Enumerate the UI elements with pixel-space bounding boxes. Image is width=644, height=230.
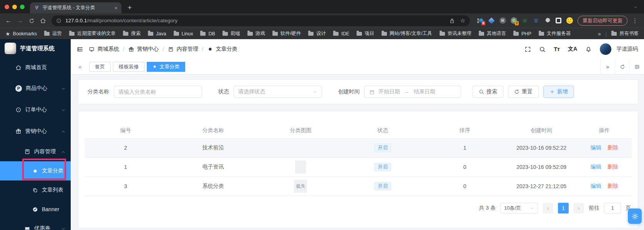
goto-page-input[interactable]: [604, 203, 621, 213]
share-icon[interactable]: [449, 17, 455, 24]
breadcrumb-item[interactable]: 商城系统: [98, 46, 119, 53]
bookmark-folder[interactable]: 游戏: [247, 30, 265, 37]
tags-refresh-icon[interactable]: [615, 59, 629, 74]
folder-icon: [539, 32, 544, 36]
tag-article-category-active[interactable]: 文章分类: [147, 62, 185, 72]
tag-template-decoration[interactable]: 模板装修: [113, 62, 144, 72]
bookmark-folder[interactable]: 设计: [308, 30, 326, 37]
bookmark-folder[interactable]: 前端: [222, 30, 240, 37]
next-page-button[interactable]: ›: [573, 203, 584, 213]
bookmark-folder[interactable]: PHP: [513, 31, 531, 36]
status-badge: 开启: [374, 144, 391, 152]
extensions-puzzle-icon[interactable]: [544, 17, 551, 24]
bookmark-folder[interactable]: 软件/硬件: [272, 30, 301, 37]
all-bookmarks-folder[interactable]: 所有书签: [611, 30, 639, 37]
chrome-menu-icon[interactable]: ⋮: [632, 17, 638, 24]
reload-button[interactable]: [26, 17, 37, 24]
gem-extension-icon[interactable]: [488, 17, 495, 24]
sidebar-item-coupon[interactable]: 优惠券: [0, 219, 71, 230]
delete-link[interactable]: 删除: [607, 183, 618, 189]
star-extension-icon[interactable]: ☆: [521, 17, 528, 24]
bookmarks-overflow-icon[interactable]: »: [598, 31, 601, 37]
sidebar-item-banner[interactable]: Banner: [0, 200, 71, 219]
window-minimize-button[interactable]: [12, 5, 17, 9]
address-bar[interactable]: 127.0.0.1/mall/promotion/content/article…: [51, 15, 470, 26]
sidebar-item-mall-home[interactable]: 商城首页: [0, 58, 71, 78]
breadcrumb-item[interactable]: 内容管理: [177, 46, 198, 53]
avatar[interactable]: [600, 43, 611, 55]
window-zoom-button[interactable]: [20, 5, 25, 9]
edit-link[interactable]: 编辑: [591, 164, 601, 170]
column-header-created: 创建时间: [506, 123, 577, 138]
bookmark-folder[interactable]: 文件服务器: [539, 30, 571, 37]
bookmark-star-icon[interactable]: ☆: [460, 17, 465, 24]
delete-link[interactable]: 删除: [607, 164, 618, 170]
tab-close-icon[interactable]: ×: [115, 5, 118, 11]
sidebar-item-article-list[interactable]: 文章列表: [0, 180, 71, 200]
edit-link[interactable]: 编辑: [591, 144, 601, 151]
bell-icon[interactable]: [585, 46, 592, 53]
sidebar-item-marketing-center[interactable]: 营销中心: [0, 121, 71, 142]
bookmark-folder[interactable]: DB: [200, 31, 215, 36]
scroll-extension-icon[interactable]: [533, 17, 539, 24]
home-button[interactable]: [38, 17, 48, 24]
bookmark-folder[interactable]: 其他语言: [479, 30, 506, 37]
browser-tab[interactable]: 芋道管理系统 - 文章分类 ×: [30, 2, 121, 13]
reset-button[interactable]: 重置: [508, 86, 539, 98]
username[interactable]: 芋道源码: [616, 46, 638, 53]
tags-scroll-right-icon[interactable]: »: [600, 59, 615, 74]
adblock-extension-icon[interactable]: 6: [477, 17, 484, 24]
sidebar-item-product-center[interactable]: P 商品中心: [0, 78, 71, 99]
prev-page-button[interactable]: ‹: [543, 203, 553, 213]
page-size-select[interactable]: 10条/页: [500, 203, 538, 213]
bookmark-folder[interactable]: 资讯未整理: [440, 30, 472, 37]
bookmark-folder[interactable]: 项目: [357, 30, 374, 37]
status-select[interactable]: 请选择状态: [234, 86, 322, 98]
back-button[interactable]: ←: [3, 17, 14, 24]
sidebar-item-content-management[interactable]: 内容管理: [0, 142, 71, 161]
sidebar-item-order-center[interactable]: 订单中心: [0, 99, 71, 121]
fullscreen-icon[interactable]: [524, 46, 531, 53]
chrome-update-button[interactable]: 重新启动即可更新: [578, 16, 627, 26]
start-date-placeholder[interactable]: 开始日期: [378, 88, 400, 95]
edit-link[interactable]: 编辑: [591, 183, 601, 189]
bookmarks-manager[interactable]: ★Bookmarks: [5, 31, 37, 37]
bookmark-folder[interactable]: IDE: [333, 31, 349, 36]
font-size-icon[interactable]: Tт: [554, 46, 559, 52]
window-close-button[interactable]: [5, 5, 9, 9]
current-page-button[interactable]: 1: [558, 203, 569, 213]
app-logo: [5, 43, 16, 54]
tags-scroll-left-icon[interactable]: «: [78, 63, 86, 70]
bookmark-folder[interactable]: Linux: [174, 31, 193, 36]
side-panel-icon[interactable]: [555, 17, 562, 24]
breadcrumb-item[interactable]: 文章分类: [216, 46, 237, 53]
bookmark-folder[interactable]: 搜索: [123, 30, 141, 37]
profile-emoji-icon[interactable]: [566, 17, 573, 24]
breadcrumb-item[interactable]: 营销中心: [137, 46, 159, 53]
bookmark-folder[interactable]: Java: [148, 31, 166, 36]
forward-button[interactable]: →: [15, 17, 25, 24]
theme-settings-button[interactable]: [628, 208, 642, 224]
layout-grid-icon[interactable]: [629, 59, 644, 74]
search-button[interactable]: 搜索: [473, 86, 503, 98]
menu-fold-icon[interactable]: [77, 46, 83, 53]
date-range-picker[interactable]: 开始日期 – 结束日期: [364, 86, 461, 98]
end-date-placeholder[interactable]: 结束日期: [414, 88, 435, 95]
search-icon[interactable]: [539, 46, 546, 53]
bookmark-folder[interactable]: 近期需要读的文章: [69, 30, 116, 37]
command-extension-icon[interactable]: ⌘: [499, 17, 506, 24]
new-tab-button[interactable]: +: [128, 3, 132, 12]
session-extension-icon[interactable]: 2: [510, 17, 517, 24]
delete-link[interactable]: 删除: [607, 144, 618, 151]
site-info-icon[interactable]: [56, 17, 61, 24]
sidebar-item-article-category[interactable]: 文章分类: [0, 161, 71, 180]
tag-home[interactable]: 首页: [89, 62, 111, 72]
tab-search-icon[interactable]: [633, 3, 638, 10]
tab-title: 芋道管理系统 - 文章分类: [43, 5, 95, 11]
bookmark-folder[interactable]: 运营: [44, 30, 62, 37]
category-name-input[interactable]: [114, 86, 202, 98]
bookmark-folder[interactable]: 网站/博客/文章/工具: [382, 30, 432, 37]
url-text[interactable]: 127.0.0.1/mall/promotion/content/article…: [65, 18, 444, 23]
language-icon[interactable]: 文A: [568, 46, 577, 53]
add-button[interactable]: 新增: [543, 86, 574, 98]
